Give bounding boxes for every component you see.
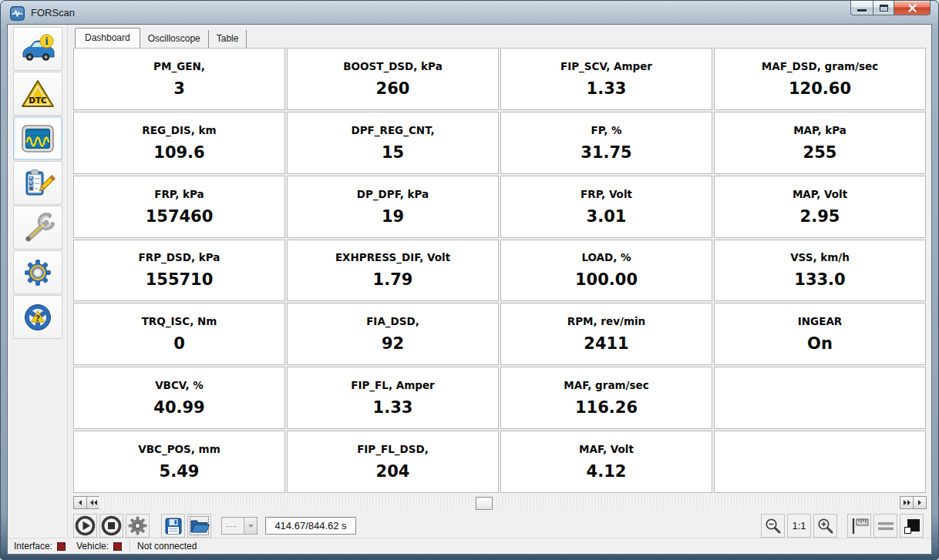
- dashboard-cell[interactable]: FIA_DSD,92: [287, 303, 499, 365]
- interface-status-indicator: [57, 542, 66, 551]
- dashboard-cell[interactable]: REG_DIS, km109.6: [73, 112, 285, 174]
- cell-label: MAF, gram/sec: [564, 379, 648, 391]
- dashboard-cell[interactable]: FIP_FL_DSD,204: [287, 431, 499, 493]
- dashboard-cell[interactable]: FRP, Volt3.01: [500, 176, 712, 238]
- cell-value: 2411: [584, 334, 628, 353]
- close-button[interactable]: [894, 1, 931, 15]
- stop-button[interactable]: [99, 514, 123, 538]
- playback-speed-dropdown[interactable]: ---: [221, 517, 257, 535]
- cell-label: FIA_DSD,: [366, 315, 419, 327]
- ruler-icon: [850, 516, 870, 536]
- svg-text:i: i: [45, 35, 49, 46]
- dashboard-cell[interactable]: MAP, Volt2.95: [714, 176, 926, 238]
- dashboard-cell[interactable]: BOOST_DSD, kPa260: [287, 48, 499, 110]
- dashboard-cell[interactable]: TRQ_ISC, Nm0: [73, 303, 285, 365]
- app-window: FORScan: [0, 0, 939, 560]
- zoom-in-button[interactable]: [813, 514, 837, 538]
- cell-value: 155710: [146, 270, 214, 289]
- status-text: Not connected: [137, 541, 197, 552]
- cell-label: FIP_FL, Amper: [351, 379, 435, 391]
- client-area: i DTC: [7, 24, 932, 555]
- cell-value: 1.33: [373, 398, 413, 417]
- dashboard-cell-empty[interactable]: [714, 367, 926, 429]
- cell-value: 0: [173, 334, 185, 353]
- dashboard-cell[interactable]: DPF_REG_CNT,15: [287, 112, 499, 174]
- save-icon: [164, 517, 183, 535]
- sidebar-item-settings[interactable]: [13, 250, 62, 294]
- zoom-reset-button[interactable]: 1:1: [787, 514, 811, 538]
- scroll-step-left-button[interactable]: [73, 496, 87, 509]
- save-button[interactable]: [161, 514, 185, 538]
- scroll-page-left-button[interactable]: [86, 496, 100, 509]
- svg-text:?: ?: [35, 313, 39, 323]
- sidebar-item-tests[interactable]: [13, 161, 62, 205]
- sidebar-item-help[interactable]: ?: [13, 295, 62, 339]
- zoom-out-icon: [764, 517, 782, 535]
- dashboard-cell[interactable]: DP_DPF, kPa19: [287, 176, 499, 238]
- dashboard-cell[interactable]: FIP_FL, Amper1.33: [287, 367, 499, 429]
- cell-value: 1.33: [587, 79, 627, 98]
- open-button[interactable]: [187, 514, 211, 538]
- time-display: 414.67/844.62 s: [265, 517, 356, 535]
- dashboard-cell[interactable]: EXHPRESS_DIF, Volt1.79: [287, 240, 499, 302]
- dashboard-cell[interactable]: FP, %31.75: [500, 112, 712, 174]
- scroll-page-right-button[interactable]: [900, 496, 914, 509]
- dashboard-cell[interactable]: VSS, km/h133.0: [714, 240, 926, 302]
- cell-label: INGEAR: [798, 315, 842, 327]
- fill-style-button[interactable]: [900, 514, 924, 538]
- scrollbar-thumb[interactable]: [476, 497, 493, 510]
- main-row: i DTC: [8, 25, 931, 538]
- measure-button[interactable]: [847, 514, 871, 538]
- dashboard-cell[interactable]: FRP, kPa157460: [73, 176, 285, 238]
- lines-icon: [877, 517, 895, 535]
- dashboard-cell-empty[interactable]: [714, 431, 926, 493]
- cell-label: FP, %: [591, 124, 622, 136]
- sidebar: i DTC: [8, 25, 68, 538]
- dashboard-cell[interactable]: MAF_DSD, gram/sec120.60: [714, 48, 926, 110]
- dashboard-cell[interactable]: FIP_SCV, Amper1.33: [500, 48, 712, 110]
- minimize-button[interactable]: [850, 1, 873, 15]
- double-arrow-right-icon: [903, 499, 911, 506]
- dashboard-cell[interactable]: INGEAROn: [714, 303, 926, 365]
- sidebar-item-service[interactable]: [13, 206, 62, 250]
- cell-value: 4.12: [587, 462, 627, 481]
- dashboard-cell[interactable]: LOAD, %100.00: [500, 240, 712, 302]
- dashboard-cell[interactable]: MAP, kPa255: [714, 112, 926, 174]
- dashboard-cell[interactable]: RPM, rev/min2411: [500, 303, 712, 365]
- dashboard-cell[interactable]: MAF, Volt4.12: [500, 431, 712, 493]
- cell-label: FIP_SCV, Amper: [560, 60, 652, 72]
- sidebar-item-oscilloscope[interactable]: [13, 116, 62, 160]
- window-controls: [851, 1, 931, 15]
- help-icon: ?: [20, 302, 56, 333]
- dashboard-cell[interactable]: VBCV, %40.99: [73, 367, 285, 429]
- sidebar-item-vehicle-info[interactable]: i: [13, 27, 62, 71]
- cell-value: 15: [382, 143, 404, 162]
- tab-table[interactable]: Table: [209, 30, 247, 48]
- grid-lines-button[interactable]: [873, 514, 897, 538]
- tab-dashboard[interactable]: Dashboard: [75, 28, 140, 48]
- dashboard-cell[interactable]: PM_GEN,3: [73, 48, 285, 110]
- cell-label: PM_GEN,: [153, 60, 205, 72]
- cell-label: VBC_POS, mm: [138, 443, 220, 455]
- sidebar-item-dtc[interactable]: DTC: [13, 72, 62, 116]
- double-arrow-left-icon: [89, 499, 98, 506]
- cell-label: DP_DPF, kPa: [357, 188, 429, 200]
- cell-value: 133.0: [794, 270, 845, 289]
- play-icon: [75, 515, 96, 536]
- maximize-button[interactable]: [873, 1, 894, 15]
- tab-oscilloscope[interactable]: Oscilloscope: [140, 30, 209, 48]
- filled-square-icon: [903, 517, 921, 535]
- dashboard-cell[interactable]: MAF, gram/sec116.26: [500, 367, 712, 429]
- dashboard-cell[interactable]: VBC_POS, mm5.49: [73, 431, 285, 493]
- play-button[interactable]: [73, 514, 97, 538]
- zoom-out-button[interactable]: [761, 514, 785, 538]
- zoom-in-icon: [816, 517, 835, 535]
- dashboard-grid: PM_GEN,3BOOST_DSD, kPa260FIP_SCV, Amper1…: [73, 48, 926, 493]
- scrollbar-track[interactable]: [99, 496, 900, 509]
- dashboard-cell[interactable]: FRP_DSD, kPa155710: [73, 240, 285, 302]
- record-options-button[interactable]: [126, 514, 150, 538]
- horizontal-scrollbar: [73, 496, 926, 509]
- scroll-step-right-button[interactable]: [913, 496, 927, 509]
- cell-label: RPM, rev/min: [567, 315, 645, 327]
- cell-label: LOAD, %: [581, 251, 631, 263]
